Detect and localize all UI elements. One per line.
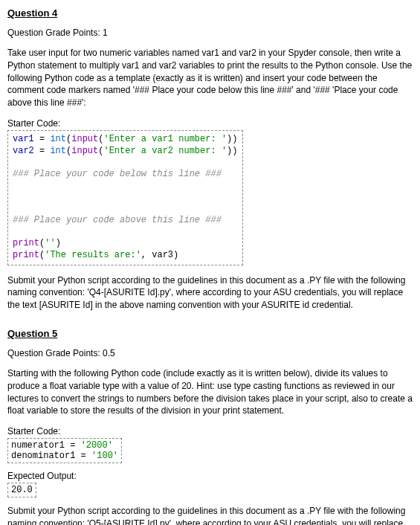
- print-token: print: [13, 238, 39, 248]
- q4-body-text: Take user input for two numeric variable…: [7, 47, 413, 109]
- paren-token: )): [227, 146, 237, 156]
- var-token: denominator1: [11, 451, 75, 461]
- q4-grade-points: Question Grade Points: 1: [7, 28, 413, 38]
- var-token: , var3): [141, 250, 178, 260]
- question-4-header: Question 4: [7, 7, 413, 19]
- str-token: 'Enter a var1 number: ': [103, 134, 227, 144]
- code-line: print('The results are:', var3): [13, 250, 178, 260]
- output-value: 20.0: [11, 485, 33, 495]
- q5-starter-label: Starter Code:: [7, 426, 413, 437]
- q5-expected-output: 20.0: [7, 483, 36, 497]
- code-line: denominator1 = '100': [11, 451, 118, 461]
- comment-line: ### Place your code below this line ###: [13, 169, 222, 179]
- eq-token: =: [65, 440, 81, 451]
- input-token: input: [71, 134, 98, 144]
- str-token: 'The results are:': [45, 250, 141, 260]
- input-token: input: [71, 146, 98, 156]
- print-token: print: [13, 250, 39, 260]
- q4-starter-label: Starter Code:: [7, 118, 413, 129]
- str-token: 'Enter a var2 number: ': [103, 146, 227, 156]
- spacer: [7, 321, 413, 328]
- q4-code-block: var1 = int(input('Enter a var1 number: '…: [7, 130, 243, 265]
- int-token: int: [50, 134, 66, 144]
- str-token: '100': [91, 451, 118, 461]
- eq-token: =: [34, 134, 51, 144]
- code-line: numerator1 = '2000': [11, 440, 113, 451]
- code-line: var2 = int(input('Enter a var2 number: '…: [13, 146, 238, 156]
- comment-line: ### Place your code above this line ###: [13, 215, 222, 225]
- int-token: int: [50, 146, 66, 156]
- paren-token: )): [227, 134, 237, 144]
- var-token: var1: [13, 134, 34, 144]
- paren-token: ): [56, 238, 61, 248]
- code-line: var1 = int(input('Enter a var1 number: '…: [13, 134, 238, 144]
- q4-footer-text: Submit your Python script according to t…: [7, 274, 413, 312]
- eq-token: =: [34, 146, 51, 156]
- code-line: print(''): [13, 238, 61, 248]
- str-token: '2000': [81, 440, 113, 451]
- q5-expected-label: Expected Output:: [7, 471, 413, 481]
- q5-code-block: numerator1 = '2000' denominator1 = '100': [7, 438, 122, 463]
- var-token: var2: [13, 146, 34, 156]
- var-token: numerator1: [11, 440, 65, 451]
- q5-footer-text: Submit your Python script according to t…: [7, 505, 413, 525]
- q5-grade-points: Question Grade Points: 0.5: [7, 348, 413, 358]
- eq-token: =: [75, 451, 91, 461]
- question-5-header: Question 5: [7, 328, 413, 339]
- q5-body-text: Starting with the following Python code …: [7, 367, 413, 417]
- str-token: '': [45, 238, 55, 248]
